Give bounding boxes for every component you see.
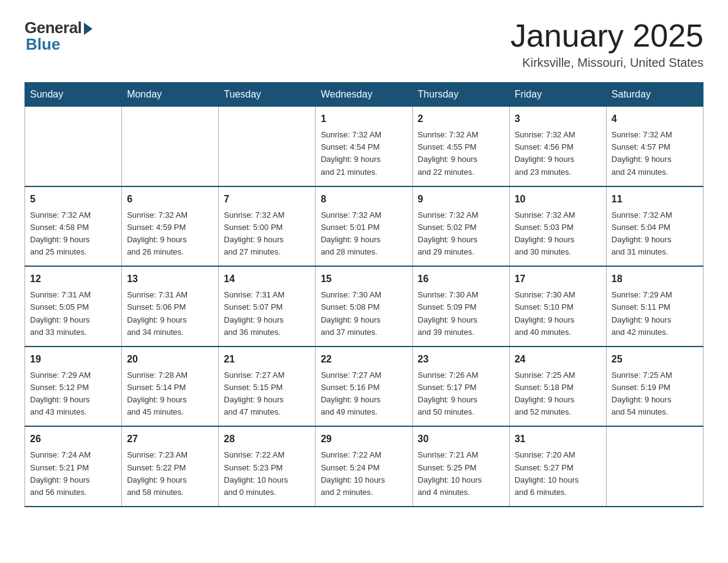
calendar-day-cell: 29Sunrise: 7:22 AM Sunset: 5:24 PM Dayli… [316,426,412,507]
calendar-day-header: Saturday [606,83,703,107]
day-number: 29 [320,432,407,446]
day-info: Sunrise: 7:32 AM Sunset: 4:57 PM Dayligh… [612,130,672,176]
day-number: 19 [30,352,116,367]
logo-triangle-icon [84,23,93,35]
day-info: Sunrise: 7:29 AM Sunset: 5:11 PM Dayligh… [612,290,672,336]
calendar-day-cell: 28Sunrise: 7:22 AM Sunset: 5:23 PM Dayli… [219,426,316,507]
calendar-day-header: Wednesday [316,83,412,107]
calendar-day-cell: 3Sunrise: 7:32 AM Sunset: 4:56 PM Daylig… [509,107,606,186]
day-info: Sunrise: 7:32 AM Sunset: 4:59 PM Dayligh… [127,210,188,256]
logo: General Blue [25,18,93,54]
day-number: 2 [418,112,504,126]
day-info: Sunrise: 7:29 AM Sunset: 5:12 PM Dayligh… [30,370,91,416]
day-info: Sunrise: 7:30 AM Sunset: 5:08 PM Dayligh… [320,290,381,336]
calendar-day-cell: 4Sunrise: 7:32 AM Sunset: 4:57 PM Daylig… [606,107,703,186]
day-number: 11 [612,192,698,207]
calendar-day-cell: 11Sunrise: 7:32 AM Sunset: 5:04 PM Dayli… [606,186,703,267]
calendar-day-cell: 23Sunrise: 7:26 AM Sunset: 5:17 PM Dayli… [412,347,509,427]
day-info: Sunrise: 7:31 AM Sunset: 5:07 PM Dayligh… [224,290,284,336]
day-number: 5 [30,192,116,207]
day-info: Sunrise: 7:27 AM Sunset: 5:15 PM Dayligh… [224,370,284,416]
calendar-day-cell: 26Sunrise: 7:24 AM Sunset: 5:21 PM Dayli… [25,426,122,507]
day-info: Sunrise: 7:32 AM Sunset: 5:04 PM Dayligh… [612,210,672,256]
day-number: 8 [320,192,407,207]
calendar-day-cell [219,107,316,186]
calendar-day-header: Thursday [412,83,509,107]
calendar-day-cell: 15Sunrise: 7:30 AM Sunset: 5:08 PM Dayli… [316,266,412,347]
day-number: 16 [418,272,504,286]
day-info: Sunrise: 7:23 AM Sunset: 5:22 PM Dayligh… [127,450,188,496]
calendar-day-cell: 10Sunrise: 7:32 AM Sunset: 5:03 PM Dayli… [509,186,606,267]
calendar-day-cell: 25Sunrise: 7:25 AM Sunset: 5:19 PM Dayli… [606,347,703,427]
day-number: 21 [224,352,310,367]
calendar-day-cell: 17Sunrise: 7:30 AM Sunset: 5:10 PM Dayli… [509,266,606,347]
calendar-day-header: Tuesday [219,83,316,107]
calendar-day-cell: 18Sunrise: 7:29 AM Sunset: 5:11 PM Dayli… [606,266,703,347]
day-number: 24 [515,352,601,367]
calendar-day-header: Sunday [25,83,122,107]
calendar-day-cell: 13Sunrise: 7:31 AM Sunset: 5:06 PM Dayli… [122,266,219,347]
day-info: Sunrise: 7:22 AM Sunset: 5:23 PM Dayligh… [224,450,288,496]
calendar-week-row: 19Sunrise: 7:29 AM Sunset: 5:12 PM Dayli… [25,347,703,427]
day-number: 9 [418,192,504,207]
calendar-day-cell: 30Sunrise: 7:21 AM Sunset: 5:25 PM Dayli… [412,426,509,507]
calendar-day-cell [606,426,703,507]
day-info: Sunrise: 7:32 AM Sunset: 4:58 PM Dayligh… [30,210,91,256]
day-number: 22 [320,352,407,367]
calendar-day-cell: 20Sunrise: 7:28 AM Sunset: 5:14 PM Dayli… [122,347,219,427]
day-info: Sunrise: 7:32 AM Sunset: 4:55 PM Dayligh… [418,130,479,176]
day-number: 23 [418,352,504,367]
day-info: Sunrise: 7:32 AM Sunset: 5:02 PM Dayligh… [418,210,479,256]
calendar-day-cell: 2Sunrise: 7:32 AM Sunset: 4:55 PM Daylig… [412,107,509,186]
calendar-day-cell: 1Sunrise: 7:32 AM Sunset: 4:54 PM Daylig… [316,107,412,186]
day-info: Sunrise: 7:25 AM Sunset: 5:18 PM Dayligh… [515,370,575,416]
day-number: 13 [127,272,213,286]
calendar-day-cell: 5Sunrise: 7:32 AM Sunset: 4:58 PM Daylig… [25,186,122,267]
calendar-week-row: 26Sunrise: 7:24 AM Sunset: 5:21 PM Dayli… [25,426,703,507]
day-number: 12 [30,272,116,286]
calendar-day-cell: 8Sunrise: 7:32 AM Sunset: 5:01 PM Daylig… [316,186,412,267]
day-info: Sunrise: 7:27 AM Sunset: 5:16 PM Dayligh… [320,370,381,416]
calendar-week-row: 5Sunrise: 7:32 AM Sunset: 4:58 PM Daylig… [25,186,703,267]
page-header: General Blue January 2025 Kirksville, Mi… [25,18,703,70]
day-number: 15 [320,272,407,286]
title-block: January 2025 Kirksville, Missouri, Unite… [510,18,703,70]
calendar-day-header: Friday [509,83,606,107]
month-title: January 2025 [510,18,703,53]
calendar-day-header: Monday [122,83,219,107]
day-number: 7 [224,192,310,207]
calendar-day-cell: 31Sunrise: 7:20 AM Sunset: 5:27 PM Dayli… [509,426,606,507]
day-info: Sunrise: 7:24 AM Sunset: 5:21 PM Dayligh… [30,450,91,496]
day-info: Sunrise: 7:32 AM Sunset: 5:01 PM Dayligh… [320,210,381,256]
day-number: 26 [30,432,116,446]
day-info: Sunrise: 7:26 AM Sunset: 5:17 PM Dayligh… [418,370,479,416]
day-number: 6 [127,192,213,207]
day-number: 30 [418,432,504,446]
location-text: Kirksville, Missouri, United States [510,56,703,70]
day-info: Sunrise: 7:22 AM Sunset: 5:24 PM Dayligh… [320,450,385,496]
day-info: Sunrise: 7:30 AM Sunset: 5:09 PM Dayligh… [418,290,479,336]
calendar-day-cell [122,107,219,186]
calendar-day-cell: 9Sunrise: 7:32 AM Sunset: 5:02 PM Daylig… [412,186,509,267]
day-number: 4 [612,112,698,126]
calendar-table: SundayMondayTuesdayWednesdayThursdayFrid… [25,82,703,507]
day-number: 10 [515,192,601,207]
day-number: 25 [612,352,698,367]
day-info: Sunrise: 7:31 AM Sunset: 5:06 PM Dayligh… [127,290,188,336]
day-info: Sunrise: 7:30 AM Sunset: 5:10 PM Dayligh… [515,290,575,336]
calendar-day-cell: 27Sunrise: 7:23 AM Sunset: 5:22 PM Dayli… [122,426,219,507]
calendar-day-cell: 12Sunrise: 7:31 AM Sunset: 5:05 PM Dayli… [25,266,122,347]
calendar-day-cell [25,107,122,186]
calendar-week-row: 12Sunrise: 7:31 AM Sunset: 5:05 PM Dayli… [25,266,703,347]
day-number: 17 [515,272,601,286]
day-number: 14 [224,272,310,286]
day-info: Sunrise: 7:25 AM Sunset: 5:19 PM Dayligh… [612,370,672,416]
logo-blue-text: Blue [26,35,60,54]
calendar-week-row: 1Sunrise: 7:32 AM Sunset: 4:54 PM Daylig… [25,107,703,186]
day-number: 3 [515,112,601,126]
calendar-day-cell: 7Sunrise: 7:32 AM Sunset: 5:00 PM Daylig… [219,186,316,267]
day-info: Sunrise: 7:28 AM Sunset: 5:14 PM Dayligh… [127,370,188,416]
calendar-day-cell: 14Sunrise: 7:31 AM Sunset: 5:07 PM Dayli… [219,266,316,347]
calendar-day-cell: 21Sunrise: 7:27 AM Sunset: 5:15 PM Dayli… [219,347,316,427]
calendar-day-cell: 24Sunrise: 7:25 AM Sunset: 5:18 PM Dayli… [509,347,606,427]
